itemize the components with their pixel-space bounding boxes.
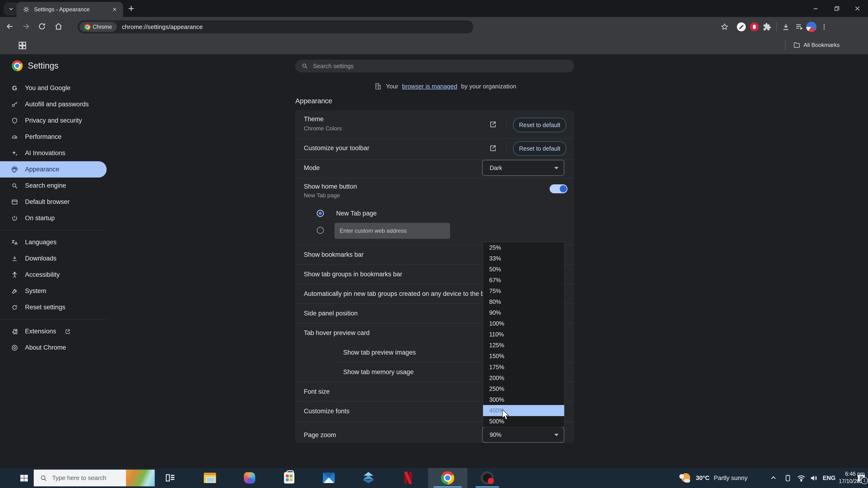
custom-address-radio[interactable] <box>317 227 324 234</box>
extensions-puzzle-icon[interactable] <box>761 21 773 33</box>
tray-chevron-icon[interactable] <box>769 468 777 488</box>
extension-badge-icon[interactable] <box>735 21 747 33</box>
copilot-icon[interactable] <box>243 471 257 485</box>
downloads-icon[interactable] <box>780 21 792 33</box>
sidebar-item-performance[interactable]: Performance <box>0 129 106 145</box>
sidebar-item-appearance[interactable]: Appearance <box>0 161 106 177</box>
reading-list-icon[interactable] <box>793 21 805 33</box>
search-highlight-image[interactable] <box>126 469 155 486</box>
sidebar-item-on-startup[interactable]: On startup <box>0 210 106 226</box>
recorder-badge-icon[interactable] <box>748 21 761 33</box>
managed-link[interactable]: browser is managed <box>402 83 457 90</box>
zoom-option[interactable]: 500% <box>483 416 564 427</box>
settings-search[interactable] <box>295 60 574 72</box>
tab-search-button[interactable] <box>4 2 19 15</box>
notification-center-icon[interactable]: 1 <box>857 468 866 488</box>
sidebar-item-ai-innovations[interactable]: AI Innovations <box>0 145 106 161</box>
url-text: chrome://settings/appearance <box>122 23 203 31</box>
sidebar-item-you-and-google[interactable]: G You and Google <box>0 80 106 96</box>
profile-avatar[interactable] <box>805 21 817 33</box>
weather-widget[interactable]: 30°C Partly sunny <box>679 468 747 488</box>
sidebar-item-autofill[interactable]: Autofill and passwords <box>0 96 106 112</box>
language-indicator[interactable]: ENG <box>823 468 835 488</box>
tab-close-icon[interactable] <box>111 6 118 13</box>
close-button[interactable] <box>850 3 865 14</box>
settings-sidebar: G You and Google Autofill and passwords … <box>0 80 106 356</box>
home-icon[interactable] <box>53 21 64 32</box>
bookmark-star-icon[interactable] <box>718 21 731 33</box>
sidebar-item-about-chrome[interactable]: About Chrome <box>0 339 106 356</box>
new-tab-radio[interactable] <box>317 210 324 217</box>
zoom-option[interactable]: 175% <box>483 362 564 372</box>
mode-select[interactable]: Dark <box>482 160 564 176</box>
external-link-icon[interactable] <box>489 120 497 128</box>
zoom-option[interactable]: 67% <box>483 275 564 286</box>
reset-arrow-icon <box>10 304 19 311</box>
file-explorer-icon[interactable] <box>203 471 217 485</box>
minimize-button[interactable] <box>809 3 823 14</box>
zoom-option[interactable]: 110% <box>483 329 564 340</box>
zoom-option[interactable]: 75% <box>483 286 564 296</box>
zoom-option[interactable]: 300% <box>483 394 564 405</box>
red-app-icon[interactable] <box>401 471 415 485</box>
sidebar-item-downloads[interactable]: Downloads <box>0 250 106 267</box>
sidebar-item-privacy[interactable]: Privacy and security <box>0 112 106 129</box>
mail-icon[interactable] <box>322 471 336 485</box>
settings-brand: Settings <box>12 60 59 71</box>
zoom-option-highlighted[interactable]: 400% <box>483 405 564 416</box>
zoom-option[interactable]: 25% <box>483 242 564 253</box>
chrome-taskbar-icon[interactable] <box>441 471 455 485</box>
zoom-option[interactable]: 90% <box>483 307 564 318</box>
zoom-option[interactable]: 125% <box>483 340 564 351</box>
sidebar-item-default-browser[interactable]: Default browser <box>0 194 106 210</box>
sidebar-item-reset-settings[interactable]: Reset settings <box>0 299 106 316</box>
tab-preview-images-label: Show tab preview images <box>343 349 416 356</box>
row-divider <box>506 141 506 155</box>
start-button[interactable] <box>14 468 33 488</box>
sidebar-item-extensions[interactable]: Extensions <box>0 323 106 339</box>
forward-icon[interactable] <box>21 21 31 32</box>
sidebar-item-accessibility[interactable]: Accessibility <box>0 267 106 283</box>
zoom-option[interactable]: 100% <box>483 318 564 329</box>
page-zoom-select[interactable]: 90% <box>482 427 564 443</box>
external-link-icon[interactable] <box>489 144 497 152</box>
site-chip[interactable]: Chrome <box>80 22 117 32</box>
device-icon[interactable] <box>783 468 792 488</box>
settings-search-input[interactable] <box>312 63 526 70</box>
zoom-option[interactable]: 150% <box>483 351 564 362</box>
taskbar-search-input[interactable] <box>52 474 121 482</box>
shield-app-icon[interactable] <box>361 471 375 485</box>
obs-icon[interactable] <box>480 471 494 485</box>
all-bookmarks-button[interactable]: All Bookmarks <box>793 41 840 48</box>
google-g-icon: G <box>10 85 19 92</box>
toolbar-reset-button[interactable]: Reset to default <box>513 141 566 156</box>
zoom-option[interactable]: 33% <box>483 253 564 264</box>
accessibility-icon <box>10 271 19 279</box>
sidebar-item-languages[interactable]: Languages <box>0 234 106 250</box>
task-view-icon[interactable] <box>163 471 177 485</box>
volume-icon[interactable] <box>809 468 818 488</box>
address-bar[interactable]: Chrome chrome://settings/appearance <box>78 20 473 33</box>
zoom-option[interactable]: 250% <box>483 383 564 394</box>
restore-button[interactable] <box>830 3 844 14</box>
info-chrome-icon <box>10 344 19 351</box>
reload-icon[interactable] <box>37 21 47 32</box>
zoom-option[interactable]: 200% <box>483 372 564 383</box>
zoom-option[interactable]: 80% <box>483 296 564 307</box>
back-icon[interactable] <box>5 21 15 32</box>
menu-kebab-icon[interactable] <box>818 21 830 33</box>
theme-reset-button[interactable]: Reset to default <box>513 118 566 132</box>
custom-address-input[interactable] <box>335 223 450 239</box>
wifi-icon[interactable] <box>797 468 806 488</box>
sidebar-item-system[interactable]: System <box>0 283 106 299</box>
browser-tab[interactable]: Settings - Appearance <box>17 2 123 17</box>
new-tab-button[interactable]: + <box>125 3 137 14</box>
microsoft-store-icon[interactable] <box>282 471 296 485</box>
show-home-toggle[interactable] <box>550 184 567 193</box>
sidebar-item-search-engine[interactable]: Search engine <box>0 177 106 194</box>
apps-grid-icon[interactable] <box>18 40 27 51</box>
taskbar-search[interactable] <box>34 469 155 486</box>
browser-window-icon <box>10 198 19 205</box>
zoom-option[interactable]: 50% <box>483 264 564 275</box>
sparkle-icon <box>10 150 19 157</box>
